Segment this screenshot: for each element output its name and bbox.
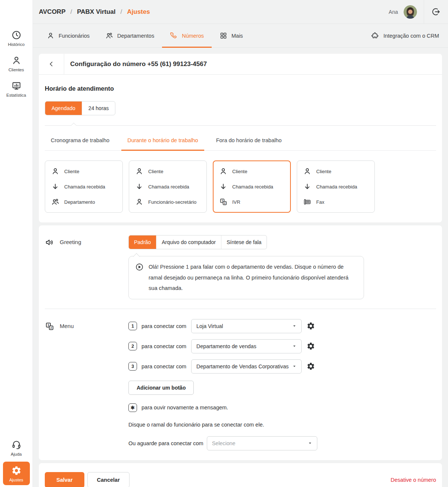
tab-mais[interactable]: Mais: [212, 24, 251, 47]
step-label: Chamada recebida: [64, 184, 105, 190]
step-label: Chamada recebida: [148, 184, 189, 190]
routing-card-funcionario-secretario[interactable]: Cliente Chamada recebida Funcionário-sec…: [129, 160, 207, 213]
select-value: Loja Virtual: [196, 323, 223, 329]
step-label: Funcionário-secretário: [148, 199, 196, 205]
tab-departamentos[interactable]: Departamentos: [97, 24, 162, 47]
sidebar-item-label: Ajustes: [9, 478, 24, 482]
puzzle-icon: [371, 32, 379, 40]
routing-step: Chamada recebida: [135, 182, 200, 191]
back-button[interactable]: [39, 54, 64, 74]
routing-step: Fax: [303, 197, 368, 206]
routing-step: Cliente: [303, 167, 368, 176]
routing-card-departamento[interactable]: Cliente Chamada recebida Departamento: [45, 160, 123, 213]
notch-pointer: [71, 122, 77, 128]
tab-numeros[interactable]: Números: [162, 24, 212, 47]
greeting-content: Padrão Arquivo do computador Síntese de …: [128, 235, 436, 299]
routing-step: Cliente: [51, 167, 116, 176]
wait-connect-select[interactable]: Selecione: [207, 436, 317, 450]
subtab-fora-horario[interactable]: Fora do horário de trabalho: [210, 130, 288, 150]
connect-select-3[interactable]: Departamento de Vendas Corporativas: [191, 359, 302, 374]
logout-icon: [431, 7, 441, 16]
save-button[interactable]: Salvar: [45, 472, 84, 487]
arrow-down-icon: [135, 182, 143, 191]
routing-cards: Cliente Chamada recebida Departamento: [45, 160, 436, 213]
divider-with-notch: [45, 125, 436, 126]
section-title-horario: Horário de atendimento: [45, 85, 436, 92]
greeting-message-bubble: Olá! Pressione 1 para falar com o depart…: [128, 256, 364, 299]
cancel-button[interactable]: Cancelar: [87, 472, 130, 487]
config-header: Configuração do número +55 (61) 99123-45…: [39, 54, 442, 75]
greeting-message: Olá! Pressione 1 para falar com o depart…: [149, 262, 357, 294]
sidebar-item-clientes[interactable]: Clientes: [1, 54, 31, 74]
breadcrumb-company[interactable]: AVCORP: [39, 8, 65, 16]
greeting-label-group: Greeting: [45, 235, 128, 299]
tab-label: Números: [182, 33, 204, 39]
routing-card-fax[interactable]: Cliente Chamada recebida Fax: [297, 160, 375, 213]
connect-text: para conectar com: [141, 363, 186, 369]
connect-select-1[interactable]: Loja Virtual: [191, 319, 302, 333]
toggle-option-agendado[interactable]: Agendado: [45, 102, 82, 115]
sidebar-item-label: Estatística: [6, 93, 26, 97]
arrow-down-icon: [303, 182, 311, 191]
arrow-down-icon: [219, 182, 227, 191]
connect-select-2[interactable]: Departamento de vendas: [191, 339, 302, 353]
breadcrumb-separator: /: [121, 8, 122, 16]
key-3-badge: 3: [128, 362, 137, 371]
wait-connect-label: Ou aguarde para conectar com: [128, 440, 203, 446]
menu-row-3: 3 para conectar com Departamento de Vend…: [128, 359, 436, 374]
app-root: Histórico Clientes Estatística Ajuda Aju…: [0, 0, 448, 487]
header-divider: [424, 0, 424, 24]
greeting-tab-sintese[interactable]: Síntese de fala: [221, 235, 267, 249]
subtab-durante-horario[interactable]: Durante o horário de trabalho: [121, 130, 204, 150]
add-menu-button[interactable]: Adicionar um botão: [128, 381, 194, 395]
avatar[interactable]: [404, 5, 417, 19]
gear-icon: [307, 342, 315, 350]
breadcrumb-current: Ajustes: [127, 8, 150, 16]
ivr-keys-icon: [45, 322, 54, 331]
crm-integration-link[interactable]: Integração com o CRM: [371, 32, 442, 40]
play-icon: [135, 263, 144, 271]
app-logo[interactable]: [7, 3, 26, 22]
sidebar-item-ajustes[interactable]: Ajustes: [3, 462, 30, 485]
step-label: Cliente: [64, 169, 79, 174]
tab-label: Funcionários: [59, 33, 90, 39]
main-area: AVCORP / PABX Virtual / Ajustes Ana: [33, 0, 448, 487]
subtab-cronograma[interactable]: Cronograma de trabalho: [45, 130, 115, 150]
person-icon: [47, 32, 55, 40]
step-label: Fax: [316, 199, 324, 205]
menu-label: Menu: [60, 322, 74, 329]
routing-card-ivr-selected[interactable]: Cliente Chamada recebida IVR: [213, 160, 291, 213]
caret-down-icon: [308, 441, 312, 445]
connect-text: para conectar com: [141, 323, 186, 329]
sidebar-item-ajuda[interactable]: Ajuda: [1, 438, 31, 458]
sidebar-item-label: Ajuda: [11, 452, 22, 456]
arrow-down-icon: [51, 182, 59, 191]
greeting-tab-arquivo[interactable]: Arquivo do computador: [156, 235, 221, 249]
greeting-label: Greeting: [60, 238, 81, 245]
greeting-tab-padrao[interactable]: Padrão: [129, 235, 156, 249]
menu-content: 1 para conectar com Loja Virtual 2: [128, 319, 436, 450]
sidebar-item-historico[interactable]: Histórico: [1, 28, 31, 48]
menu-row-2: 2 para conectar com Departamento de vend…: [128, 339, 436, 353]
caret-down-icon: [292, 324, 296, 328]
topbar-right: Ana: [389, 0, 448, 24]
play-button[interactable]: [135, 263, 144, 271]
sidebar-item-estatistica[interactable]: Estatística: [1, 79, 31, 99]
select-placeholder: Selecione: [212, 440, 236, 446]
greeting-section: Greeting Padrão Arquivo do computador Sí…: [45, 235, 436, 299]
logout-button[interactable]: [431, 7, 441, 16]
routing-step: Chamada recebida: [219, 182, 284, 191]
person-icon: [51, 167, 59, 175]
toggle-option-24horas[interactable]: 24 horas: [82, 102, 115, 115]
deactivate-number-link[interactable]: Desative o número: [391, 477, 436, 483]
tab-funcionarios[interactable]: Funcionários: [39, 24, 97, 47]
row-1-settings-button[interactable]: [307, 322, 315, 330]
sidebar-item-label: Clientes: [9, 68, 24, 72]
ivr-keys-icon: [219, 198, 227, 206]
schedule-toggle: Agendado 24 horas: [45, 101, 115, 115]
breadcrumb-product[interactable]: PABX Virtual: [77, 8, 115, 16]
row-3-settings-button[interactable]: [307, 362, 315, 371]
user-name: Ana: [389, 9, 398, 15]
row-2-settings-button[interactable]: [307, 342, 315, 350]
step-label: Cliente: [316, 169, 331, 174]
